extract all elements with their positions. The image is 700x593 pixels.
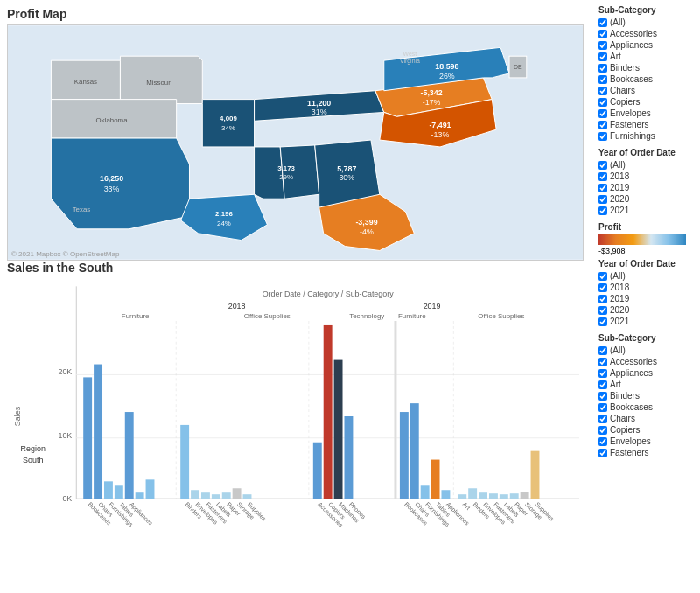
sub-category-filter-bottom: Sub-Category (All) Accessories Appliance… <box>598 333 693 457</box>
bar-labels-2019 <box>500 494 508 499</box>
checkbox-year-2020-bottom[interactable] <box>598 306 607 315</box>
state-label-kansas: Kansas <box>74 78 97 86</box>
label-furnishings-top: Furnishings <box>610 131 655 141</box>
label-envelopes-bottom: Envelopes <box>610 436 651 446</box>
cat-furniture-2019: Furniture <box>398 312 426 320</box>
checkbox-appliances-top[interactable] <box>598 41 607 50</box>
label-year-2021-top: 2021 <box>610 206 629 215</box>
checkbox-envelopes-top[interactable] <box>598 109 607 118</box>
y-label-0k: 0K <box>62 494 72 503</box>
checkbox-year-2021-bottom[interactable] <box>598 317 607 326</box>
state-label-tennessee-pct: 31% <box>312 108 327 116</box>
cat-officesupplies-2018: Office Supplies <box>244 312 290 320</box>
checkbox-bookcases-top[interactable] <box>598 75 607 84</box>
checkbox-chairs-bottom[interactable] <box>598 415 607 423</box>
label-chairs-top: Chairs <box>610 86 635 95</box>
state-label-va-value: 18,598 <box>435 62 458 71</box>
filter-year-2019-bottom: 2019 <box>598 294 693 303</box>
filter-item-copiers-bottom: Copiers <box>598 425 693 435</box>
bar-tables-2018 <box>115 485 123 499</box>
profit-gradient <box>598 234 686 245</box>
checkbox-year-2019-bottom[interactable] <box>598 295 607 303</box>
sub-category-title-top: Sub-Category <box>598 5 693 15</box>
map-title: Profit Map <box>7 7 584 21</box>
label-bookcases-top: Bookcases <box>610 74 653 84</box>
checkbox-envelopes-bottom[interactable] <box>598 437 607 446</box>
state-label-arkansas-value: 4,009 <box>220 115 237 122</box>
filter-item-appliances-bottom: Appliances <box>598 368 693 378</box>
filter-item-bookcases-bottom: Bookcases <box>598 402 693 412</box>
state-label-texas-value: 16,250 <box>100 174 123 183</box>
filter-year-2020-bottom: 2020 <box>598 305 693 315</box>
state-label-texas: Texas <box>73 206 91 213</box>
region-south-label: South <box>23 456 43 464</box>
label-appliances-top: Appliances <box>610 40 653 50</box>
checkbox-year-all-bottom[interactable] <box>598 272 607 281</box>
state-label-wv2: Virginia <box>400 58 420 65</box>
state-label-tennessee-value: 11,200 <box>307 99 331 108</box>
filter-item-binders-bottom: Binders <box>598 391 693 401</box>
y-label-20k: 20K <box>58 367 72 376</box>
checkbox-bookcases-bottom[interactable] <box>598 403 607 412</box>
bar-furnishings-2018 <box>104 481 113 499</box>
y-axis-title: Sales <box>13 406 22 426</box>
checkbox-year-2020-top[interactable] <box>598 195 607 204</box>
bar-machines-2018 <box>334 360 343 499</box>
checkbox-year-2021-top[interactable] <box>598 206 607 215</box>
label-fasteners-bottom: Fasteners <box>610 448 648 457</box>
bar-tables-2019 <box>431 460 440 499</box>
filter-item-art-bottom: Art <box>598 380 693 389</box>
filter-item-chairs-bottom: Chairs <box>598 414 693 423</box>
filter-year-all-bottom: (All) <box>598 271 693 281</box>
checkbox-binders-bottom[interactable] <box>598 392 607 401</box>
checkbox-year-2018-bottom[interactable] <box>598 283 607 292</box>
state-label-oklahoma: Oklahoma <box>96 116 129 124</box>
label-year-all-top: (All) <box>610 160 626 170</box>
state-label-florida-pct: -4% <box>360 227 374 236</box>
checkbox-year-all-top[interactable] <box>598 161 607 170</box>
checkbox-year-2018-top[interactable] <box>598 172 607 181</box>
cat-furniture-2018: Furniture <box>122 312 150 320</box>
filter-year-2020-top: 2020 <box>598 194 693 204</box>
checkbox-fasteners-bottom[interactable] <box>598 449 607 457</box>
label-all-bottom: (All) <box>610 345 626 355</box>
checkbox-chairs-top[interactable] <box>598 87 607 95</box>
checkbox-all-bottom[interactable] <box>598 346 607 355</box>
cat-technology-2018: Technology <box>349 312 384 320</box>
checkbox-accessories-bottom[interactable] <box>598 358 607 366</box>
bar-binders-2019 <box>468 488 477 499</box>
checkbox-appliances-bottom[interactable] <box>598 369 607 378</box>
label-fasteners-top: Fasteners <box>610 120 648 129</box>
checkbox-copiers-top[interactable] <box>598 98 607 107</box>
filter-item-appliances-top: Appliances <box>598 40 693 50</box>
chart-section: Sales in the South 0K 10K 20K <box>7 261 584 576</box>
filter-year-2021-bottom: 2021 <box>598 317 693 326</box>
state-label-sc-pct: -13% <box>431 130 450 139</box>
bar-art-2018 <box>136 492 144 499</box>
filter-year-2019-top: 2019 <box>598 183 693 192</box>
checkbox-art-top[interactable] <box>598 52 607 61</box>
profit-title: Profit <box>598 222 693 232</box>
checkbox-copiers-bottom[interactable] <box>598 426 607 435</box>
chart-title: Sales in the South <box>7 261 584 275</box>
bar-fasteners-2019 <box>489 493 498 499</box>
checkbox-accessories-top[interactable] <box>598 30 607 38</box>
bar-chart-svg: 0K 10K 20K Sales Region South <box>7 276 584 556</box>
map-credit: © 2021 Mapbox © OpenStreetMap <box>11 250 119 258</box>
filter-item-accessories-top: Accessories <box>598 29 693 38</box>
label-chairs-bottom: Chairs <box>610 414 635 423</box>
checkbox-binders-top[interactable] <box>598 64 607 73</box>
checkbox-fasteners-top[interactable] <box>598 121 607 129</box>
bar-binders-os-2018 <box>180 425 189 499</box>
filter-year-2018-bottom: 2018 <box>598 283 693 292</box>
bar-fasteners-2018 <box>201 492 210 499</box>
checkbox-furnishings-top[interactable] <box>598 132 607 141</box>
checkbox-year-2019-top[interactable] <box>598 184 607 192</box>
label-year-2021-bottom: 2021 <box>610 317 629 326</box>
label-year-2020-top: 2020 <box>610 194 629 204</box>
checkbox-all-top[interactable] <box>598 18 607 27</box>
checkbox-art-bottom[interactable] <box>598 380 607 389</box>
filter-item-fasteners-bottom: Fasteners <box>598 448 693 457</box>
label-accessories-top: Accessories <box>610 29 657 38</box>
label-copiers-bottom: Copiers <box>610 425 640 435</box>
